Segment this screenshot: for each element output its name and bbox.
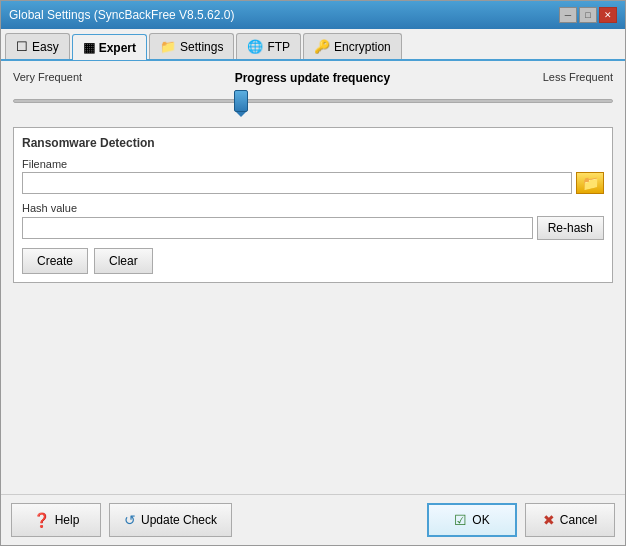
frequency-section: Very Frequent Progress update frequency … (1, 61, 625, 121)
content-spacer (1, 289, 625, 494)
ftp-icon: 🌐 (247, 39, 263, 54)
tab-ftp[interactable]: 🌐 FTP (236, 33, 301, 59)
ok-icon: ☑ (454, 512, 467, 528)
cancel-button[interactable]: ✖ Cancel (525, 503, 615, 537)
update-label: Update Check (141, 513, 217, 527)
filename-row: 📁 (22, 172, 604, 194)
window-controls: ─ □ ✕ (559, 7, 617, 23)
title-bar: Global Settings (SyncBackFree V8.5.62.0)… (1, 1, 625, 29)
tab-easy[interactable]: ☐ Easy (5, 33, 70, 59)
create-button[interactable]: Create (22, 248, 88, 274)
main-window: Global Settings (SyncBackFree V8.5.62.0)… (0, 0, 626, 546)
update-check-button[interactable]: ↺ Update Check (109, 503, 232, 537)
settings-icon: 📁 (160, 39, 176, 54)
update-icon: ↺ (124, 512, 136, 528)
tab-expert-label: Expert (99, 41, 136, 55)
ok-label: OK (472, 513, 489, 527)
freq-center-label: Progress update frequency (82, 71, 543, 85)
tab-ftp-label: FTP (267, 40, 290, 54)
hash-group: Hash value Re-hash (22, 202, 604, 240)
easy-icon: ☐ (16, 39, 28, 54)
close-button[interactable]: ✕ (599, 7, 617, 23)
cancel-icon: ✖ (543, 512, 555, 528)
frequency-labels: Very Frequent Progress update frequency … (13, 71, 613, 85)
ok-button[interactable]: ☑ OK (427, 503, 517, 537)
frequency-slider-container (13, 89, 613, 113)
encryption-icon: 🔑 (314, 39, 330, 54)
expert-icon: ▦ (83, 40, 95, 55)
tab-expert[interactable]: ▦ Expert (72, 34, 147, 60)
folder-browse-button[interactable]: 📁 (576, 172, 604, 194)
slider-track (13, 99, 613, 103)
ransomware-section: Ransomware Detection Filename 📁 Hash val… (13, 127, 613, 283)
folder-icon: 📁 (582, 175, 599, 191)
minimize-button[interactable]: ─ (559, 7, 577, 23)
filename-label: Filename (22, 158, 604, 170)
tab-settings[interactable]: 📁 Settings (149, 33, 234, 59)
ransomware-title: Ransomware Detection (22, 136, 604, 150)
tab-encryption-label: Encryption (334, 40, 391, 54)
cancel-label: Cancel (560, 513, 597, 527)
hash-input[interactable] (22, 217, 533, 239)
hash-label: Hash value (22, 202, 604, 214)
help-label: Help (55, 513, 80, 527)
footer: ❓ Help ↺ Update Check ☑ OK ✖ Cancel (1, 494, 625, 545)
filename-group: Filename 📁 (22, 158, 604, 194)
window-title: Global Settings (SyncBackFree V8.5.62.0) (9, 8, 234, 22)
tab-easy-label: Easy (32, 40, 59, 54)
freq-right-label: Less Frequent (543, 71, 613, 85)
maximize-button[interactable]: □ (579, 7, 597, 23)
help-button[interactable]: ❓ Help (11, 503, 101, 537)
filename-input[interactable] (22, 172, 572, 194)
rehash-button[interactable]: Re-hash (537, 216, 604, 240)
clear-button[interactable]: Clear (94, 248, 153, 274)
freq-left-label: Very Frequent (13, 71, 82, 85)
tab-encryption[interactable]: 🔑 Encryption (303, 33, 402, 59)
tab-bar: ☐ Easy ▦ Expert 📁 Settings 🌐 FTP 🔑 Encry… (1, 29, 625, 61)
slider-thumb[interactable] (234, 90, 248, 112)
tab-settings-label: Settings (180, 40, 223, 54)
help-icon: ❓ (33, 512, 50, 528)
content-area: Very Frequent Progress update frequency … (1, 61, 625, 545)
hash-row: Re-hash (22, 216, 604, 240)
action-buttons: Create Clear (22, 248, 604, 274)
